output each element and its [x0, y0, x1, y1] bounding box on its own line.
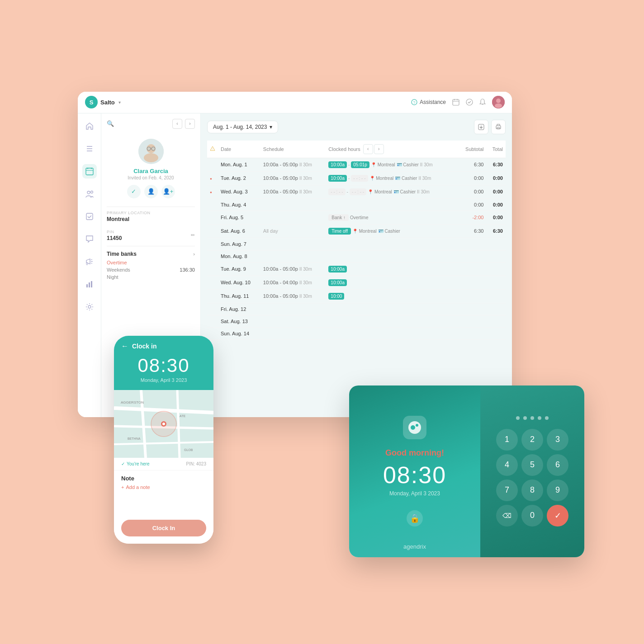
sidebar-settings-icon[interactable] — [82, 300, 97, 314]
sidebar-users-icon[interactable] — [82, 187, 97, 201]
tablet-clock-time: 08:30 — [383, 461, 446, 489]
schedule-cell — [260, 211, 326, 224]
date-cell: Tue. Aug. 2 — [218, 171, 260, 185]
pin-info: PIN: 4023 — [186, 461, 206, 466]
clocked-cell: 10:00a — [326, 262, 458, 276]
clock-in-button[interactable]: Clock In — [121, 520, 206, 536]
user-settings-button[interactable]: 👤 — [144, 185, 158, 198]
total-cell — [486, 238, 506, 250]
tablet-right-panel: 1 2 3 4 5 6 7 8 9 ⌫ 0 ✓ — [480, 385, 584, 557]
edit-pin-button[interactable]: ✏ — [191, 232, 195, 238]
clocked-cell: - - : - - - - - : - - 📍 Montreal 🪪 Cashi… — [326, 185, 458, 198]
tablet-clock-date: Monday, April 3 2023 — [389, 490, 440, 497]
num-0-button[interactable]: 0 — [521, 505, 543, 526]
subtotal-cell — [458, 315, 486, 327]
phone-screen: ← Clock in 08:30 Monday, April 3 2023 — [114, 336, 213, 544]
subtotal-cell — [458, 250, 486, 262]
num-2-button[interactable]: 2 — [521, 429, 543, 451]
users-icon — [85, 190, 94, 197]
back-arrow-icon[interactable]: ← — [121, 342, 128, 350]
edit-profile-button[interactable]: ✓ — [127, 185, 141, 198]
pin-section: PIN 11450 ✏ — [107, 230, 195, 241]
num-5-button[interactable]: 5 — [521, 454, 543, 476]
svg-point-8 — [496, 99, 501, 103]
warning-cell — [207, 303, 218, 315]
date-cell: Sun. Aug. 14 — [218, 327, 260, 339]
sidebar-list-icon[interactable] — [82, 141, 97, 156]
date-cell: Sat. Aug. 13 — [218, 315, 260, 327]
sidebar-chart-icon[interactable] — [82, 277, 97, 291]
phone-header-top: ← Clock in — [121, 342, 206, 350]
clocked-cell — [326, 250, 458, 262]
export-button[interactable] — [474, 120, 488, 134]
svg-point-9 — [495, 103, 502, 108]
schedule-cell: 10:00a - 05:00p II 30m — [260, 262, 326, 276]
subtotal-cell: -2:00 — [458, 211, 486, 224]
sidebar-megaphone-icon[interactable] — [82, 254, 97, 269]
sidebar-chat-icon[interactable] — [82, 232, 97, 246]
svg-rect-25 — [89, 282, 90, 287]
date-range-dropdown[interactable]: Aug. 1 - Aug. 14, 2023 ▾ — [207, 121, 278, 133]
assistance-nav-item[interactable]: ? Assistance — [411, 99, 446, 105]
tablet-lock-icon[interactable]: 🔒 — [407, 510, 423, 526]
clocked-cell: 10:00 — [326, 289, 458, 303]
schedule-table-body: Mon. Aug. 1 10:00a - 05:00p II 30m 10:00… — [207, 158, 506, 339]
subtotal-cell: 6:30 — [458, 224, 486, 238]
num-7-button[interactable]: 7 — [496, 479, 518, 501]
tablet-screen: Good morning! 08:30 Monday, April 3 2023… — [349, 385, 584, 557]
num-9-button[interactable]: 9 — [547, 479, 568, 501]
numpad: 1 2 3 4 5 6 7 8 9 ⌫ 0 ✓ — [496, 429, 568, 526]
num-6-button[interactable]: 6 — [547, 454, 568, 476]
next-button[interactable]: › — [185, 119, 195, 129]
date-cell: Thu. Aug. 4 — [218, 198, 260, 211]
brand-name: Salto — [100, 99, 115, 106]
schedule-cell — [260, 315, 326, 327]
table-row: Thu. Aug. 11 10:00a - 05:00p II 30m 10:0… — [207, 289, 506, 303]
table-row: Sat. Aug. 13 — [207, 315, 506, 327]
svg-point-55 — [416, 424, 418, 427]
bell-nav-icon[interactable] — [479, 99, 486, 106]
schedule-cell: All day — [260, 224, 326, 238]
date-cell: Fri. Aug. 12 — [218, 303, 260, 315]
print-button[interactable] — [491, 120, 506, 134]
prev-button[interactable]: ‹ — [172, 119, 182, 129]
calendar-nav-icon[interactable] — [452, 99, 459, 106]
num-3-button[interactable]: 3 — [547, 429, 568, 451]
date-range-label: Aug. 1 - Aug. 14, 2023 — [213, 124, 267, 130]
home-icon — [85, 122, 94, 130]
next-week-button[interactable]: › — [374, 144, 384, 154]
user-avatar-nav[interactable] — [492, 96, 505, 108]
add-note-button[interactable]: + Add a note — [121, 484, 206, 490]
check-nav-icon[interactable] — [466, 99, 473, 106]
num-1-button[interactable]: 1 — [496, 429, 518, 451]
subtotal-cell — [458, 327, 486, 339]
add-user-button[interactable]: 👤+ — [161, 185, 175, 198]
num-8-button[interactable]: 8 — [521, 479, 543, 501]
svg-text:AGGERSTON: AGGERSTON — [121, 400, 144, 404]
warning-cell — [207, 158, 218, 171]
clocked-cell — [326, 315, 458, 327]
sidebar-calendar-icon[interactable] — [82, 164, 97, 179]
table-row: Tue. Aug. 9 10:00a - 05:00p II 30m 10:00… — [207, 262, 506, 276]
total-cell — [486, 250, 506, 262]
warning-cell — [207, 250, 218, 262]
warning-cell — [207, 289, 218, 303]
time-banks-header: Time banks › — [107, 251, 195, 257]
confirm-button[interactable]: ✓ — [547, 505, 568, 526]
map-svg: AGGERSTON ATE BETHNA GLOB — [114, 390, 213, 458]
total-cell — [486, 327, 506, 339]
prev-week-button[interactable]: ‹ — [363, 144, 373, 154]
date-cell: Wed. Aug. 10 — [218, 276, 260, 289]
warning-triangle-icon: ! — [210, 146, 215, 151]
search-bar: 🔍 ‹ › — [107, 119, 195, 129]
date-cell: Mon. Aug. 8 — [218, 250, 260, 262]
location-section: Primary location Montreal — [107, 207, 195, 226]
sidebar-home-icon[interactable] — [82, 119, 97, 133]
date-col-header: Date — [218, 141, 260, 158]
sidebar-task-icon[interactable] — [82, 209, 97, 224]
weekends-label: Weekends — [107, 267, 130, 273]
table-row: ● Tue. Aug. 2 10:00a - 05:00p II 30m 10:… — [207, 171, 506, 185]
svg-point-31 — [147, 147, 151, 150]
num-4-button[interactable]: 4 — [496, 454, 518, 476]
delete-button[interactable]: ⌫ — [496, 505, 518, 526]
